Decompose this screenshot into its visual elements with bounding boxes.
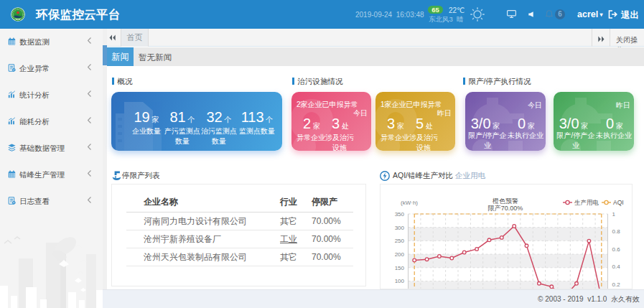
svg-text:350: 350 <box>395 211 405 218</box>
svg-text:150: 150 <box>395 265 405 271</box>
svg-text:0.8: 0.8 <box>612 228 621 235</box>
svg-text:0.6: 0.6 <box>612 246 621 253</box>
svg-text:0.2: 0.2 <box>612 281 621 288</box>
svg-text:250: 250 <box>395 238 405 244</box>
svg-text:限产70.00%: 限产70.00% <box>488 205 523 212</box>
svg-text:1: 1 <box>612 211 616 218</box>
svg-text:300: 300 <box>395 225 405 231</box>
svg-text:橙色预警: 橙色预警 <box>493 197 518 205</box>
svg-text:100: 100 <box>395 278 405 284</box>
svg-text:(kW·h): (kW·h) <box>401 200 418 206</box>
svg-text:生产用电: 生产用电 <box>574 199 599 206</box>
svg-text:200: 200 <box>395 251 405 258</box>
svg-text:0.4: 0.4 <box>612 263 621 270</box>
svg-text:AQI: AQI <box>613 199 624 206</box>
